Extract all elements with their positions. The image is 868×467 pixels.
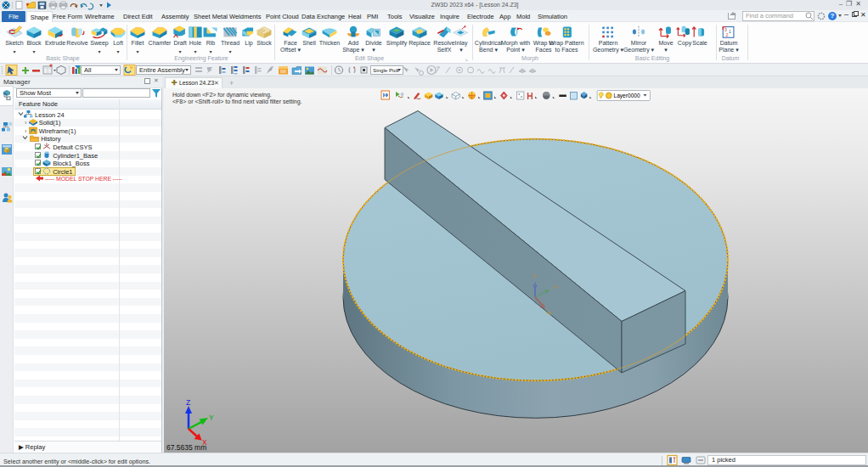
svg-text:1: 1 (729, 29, 731, 34)
svg-text:Layer0000: Layer0000 (613, 93, 640, 99)
svg-text:Z: Z (186, 398, 190, 407)
svg-text:2: 2 (726, 32, 729, 37)
svg-text:Y: Y (209, 414, 214, 422)
